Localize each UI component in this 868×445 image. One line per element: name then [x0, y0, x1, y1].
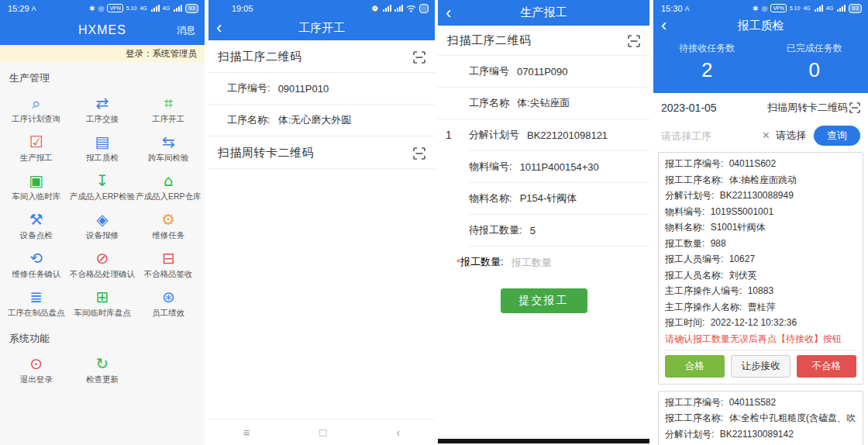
divider — [665, 350, 856, 350]
field-process-name: 工序名称 体:尖钻座面 — [438, 88, 649, 119]
field-row: 物料名称: P154-针阀体 — [438, 183, 649, 214]
page-title: 报工质检 — [653, 19, 868, 33]
menu-item[interactable]: ⇄ 工序交接 — [69, 91, 135, 127]
menu-item-icon: ⇆ — [162, 133, 175, 150]
field-process-code: 工序编号: 09011P010 — [208, 73, 435, 104]
screenshot-stage: 15:29 A ✱ ◎ VPN 5.10 4G 4G 93 HXMES 消息 — [0, 0, 868, 445]
messages-link[interactable]: 消息 — [177, 24, 195, 37]
select-dropdown[interactable]: 请选择 — [776, 129, 806, 143]
recents-button[interactable]: ≡ — [243, 426, 250, 439]
field-label: 报工工序名称: — [665, 174, 723, 185]
menu-item-icon: ⌕ — [32, 95, 40, 112]
field-value: S1001针阀体 — [711, 222, 766, 233]
menu-item[interactable]: ≣ 工序在制品盘点 — [3, 285, 69, 321]
field-value: 体:抽检座面跳动 — [729, 174, 797, 185]
home-button[interactable]: □ — [319, 426, 326, 439]
date-picker[interactable]: 2023-01-05 — [661, 102, 717, 114]
menu-item[interactable]: ⚙ 维修任务 — [136, 208, 202, 243]
stat-label: 已完成任务数 — [761, 42, 868, 55]
menu-item-label: 检查更新 — [86, 374, 119, 385]
mute-icon: ✱ — [753, 5, 759, 12]
field-label: 报工数量: — [460, 255, 504, 269]
field-label: 报工工序编号: — [665, 397, 723, 408]
hd-voice-icon: A — [685, 5, 690, 12]
battery-icon — [419, 4, 429, 13]
menu-item[interactable]: ◈ 设备报修 — [69, 208, 135, 243]
card-rows: 报工工序编号: 04011S602 报工工序名称: 体:抽检座面跳动 分解计划号… — [665, 156, 856, 331]
scan-process-qr-label: 扫描工序二维码 — [447, 33, 532, 48]
signal-bars-icon — [174, 5, 182, 12]
panel-production-report: ‹ 生产报工 扫描工序二维码 工序编号 07011P090 工序名称 体:尖钻座… — [438, 0, 649, 445]
field-value: 10883 — [748, 285, 773, 296]
card-row: 主工序操作人编号: 10883 — [665, 283, 856, 299]
card-rows: 报工工序编号: 04011S582 报工工序名称: 体:全检中孔粗糙度(含磕盘、… — [665, 395, 856, 445]
report-qty-input[interactable] — [512, 257, 597, 268]
mute-icon: ✱ — [89, 5, 95, 12]
card-row: 报工人员名称: 刘伏英 — [665, 267, 856, 284]
menu-item[interactable]: ⌕ 工序计划查询 — [3, 91, 69, 127]
field-row: 待报工数量: 5 — [438, 215, 649, 246]
search-button[interactable]: 查询 — [814, 126, 860, 146]
menu-item[interactable]: ⟲ 维修任务确认 — [3, 247, 69, 282]
system-menu-grid: ⊙ 退出登录 ↻ 检查更新 — [0, 350, 205, 389]
field-value: P154-针阀体 — [520, 191, 577, 205]
menu-item[interactable]: ⊛ 员工绩效 — [136, 285, 202, 321]
wifi-icon — [406, 5, 416, 12]
nav-back-button[interactable]: ‹ — [396, 426, 400, 439]
menu-item[interactable]: ↧ 产成品入ERP检验 — [69, 169, 135, 205]
field-label: 工序编号 — [469, 64, 509, 78]
scan-card-qr-link[interactable]: 扫描周转卡二维码 — [767, 101, 860, 115]
field-label: 工序名称 — [469, 96, 509, 110]
section-title-system: 系统功能 — [0, 323, 205, 350]
menu-item[interactable]: ⌗ 工序开工 — [136, 91, 202, 127]
menu-item[interactable]: ⇆ 跨车间检验 — [136, 130, 202, 166]
qualified-button[interactable]: 合格 — [665, 355, 725, 378]
menu-item-icon: ⚙ — [161, 211, 175, 228]
panel-process-start: 19:05 ⌚ ‹ 工序开工 扫描工序二维码 — [208, 0, 435, 445]
process-filter-input[interactable] — [661, 130, 756, 142]
field-label: 报工时间: — [665, 317, 704, 328]
menu-item[interactable]: ▣ 车间入临时库 — [3, 169, 69, 205]
scan-qr-icon[interactable] — [413, 51, 425, 64]
unqualified-button[interactable]: 不合格 — [797, 355, 856, 378]
menu-item[interactable]: ↻ 检查更新 — [69, 352, 135, 388]
field-process-code: 工序编号 07011P090 — [438, 56, 649, 87]
clear-icon[interactable]: × — [761, 129, 771, 143]
scan-process-qr-label: 扫描工序二维码 — [218, 50, 302, 64]
concession-accept-button[interactable]: 让步接收 — [731, 355, 790, 378]
submit-report-button[interactable]: 提交报工 — [501, 288, 587, 313]
menu-item-icon: ↻ — [96, 355, 109, 372]
menu-item[interactable]: ▤ 报工质检 — [69, 130, 135, 166]
field-value: 10627 — [729, 254, 755, 264]
menu-item-label: 工序计划查询 — [12, 114, 60, 125]
field-value: 刘伏英 — [729, 270, 757, 281]
scan-qr-icon[interactable] — [628, 35, 640, 47]
page-title: 工序开工 — [208, 21, 435, 36]
field-value: 曹桂萍 — [748, 302, 776, 312]
section-title-production: 生产管理 — [0, 62, 205, 90]
menu-item[interactable]: ⚒ 设备点检 — [3, 208, 69, 243]
field-value: 1011P400154+30 — [520, 161, 599, 173]
scan-qr-icon[interactable] — [413, 147, 425, 160]
field-value: 988 — [711, 238, 726, 249]
menu-item[interactable]: ☑ 生产报工 — [3, 130, 69, 166]
menu-item-icon: ⇄ — [96, 95, 109, 112]
field-label: 分解计划号: — [665, 190, 714, 201]
menu-item[interactable]: ⊞ 车间临时库盘点 — [69, 285, 135, 321]
field-label: 物料编号: — [665, 206, 704, 217]
menu-item[interactable]: ⊘ 不合格品处理确认 — [69, 247, 135, 282]
field-label: 物料名称: — [665, 222, 704, 233]
field-value: 体:尖钻座面 — [517, 96, 570, 110]
menu-item[interactable]: ⊙ 退出登录 — [3, 352, 69, 388]
report-card: 报工工序编号: 04011S602 报工工序名称: 体:抽检座面跳动 分解计划号… — [658, 152, 863, 385]
menu-item[interactable]: ⊟ 不合格品签收 — [136, 247, 202, 282]
menu-item-label: 报工质检 — [86, 153, 119, 164]
menu-item-label: 维修任务确认 — [12, 269, 60, 280]
stat-value: 2 — [653, 58, 761, 82]
stat-label: 待接收任务数 — [653, 42, 761, 55]
menu-item[interactable]: ⌂ 产成品入ERP仓库 — [136, 169, 202, 205]
scan-qr-icon — [849, 102, 860, 113]
menu-item-icon: ⊞ — [96, 288, 109, 305]
field-label: 物料编号: — [469, 160, 512, 174]
field-value: BK221130089142 — [720, 429, 794, 440]
